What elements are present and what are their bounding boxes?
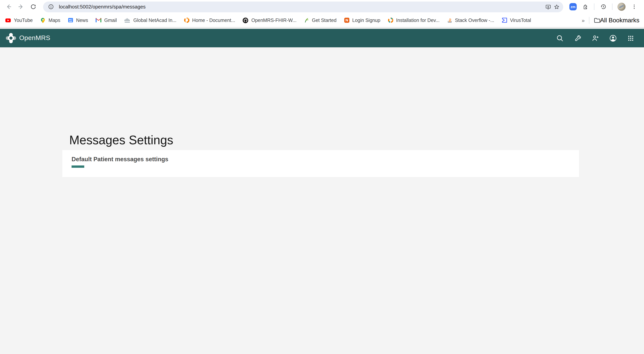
maps-pin-icon: [40, 17, 46, 23]
bookmark-youtube[interactable]: YouTube: [3, 16, 34, 24]
youtube-icon: [5, 17, 11, 23]
app-header-icons: [551, 29, 640, 47]
reload-icon: [30, 4, 36, 10]
folder-icon: [594, 18, 600, 23]
section-title: Default Patient messages settings: [72, 156, 168, 163]
forward-button[interactable]: [16, 2, 26, 11]
openmrs-logo-icon: [6, 33, 16, 44]
openmrs-brand[interactable]: OpenMRS: [6, 33, 50, 44]
toolbar-right-cluster: zm: [567, 2, 640, 11]
grid-icon: [627, 34, 634, 42]
browser-toolbar: localhost:5002/openmrs/spa/messages zm: [0, 0, 644, 14]
url-text[interactable]: localhost:5002/openmrs/spa/messages: [59, 4, 544, 10]
bookmarks-right-cluster: » All Bookmarks: [582, 17, 640, 24]
header-search-button[interactable]: [551, 29, 568, 47]
bookmark-maps[interactable]: Maps: [38, 16, 62, 24]
toolbar-separator: [594, 4, 594, 10]
user-add-icon: [591, 34, 599, 42]
window-gap-strip: [0, 27, 644, 29]
bookmark-star-icon[interactable]: [552, 2, 561, 11]
orange-ring-icon: [184, 17, 190, 23]
history-icon[interactable]: [598, 2, 608, 11]
site-info-icon[interactable]: [46, 2, 55, 11]
url-bar[interactable]: localhost:5002/openmrs/spa/messages: [43, 1, 563, 12]
settings-card: Default Patient messages settings Adhere…: [62, 150, 579, 177]
header-app-switcher-button[interactable]: [622, 29, 640, 47]
bookmark-label: OpenMRS-FHIR-W...: [252, 18, 296, 23]
bookmark-label: Stack Overflow -...: [455, 18, 494, 23]
wrench-icon: [574, 34, 582, 42]
bookmark-installation-for-dev[interactable]: Installation for Dev...: [386, 16, 442, 24]
multicolor-ring-icon: [388, 17, 393, 23]
bookmark-label: Get Started: [312, 18, 336, 23]
bookmark-label: Home - Document...: [192, 18, 235, 23]
app-header: OpenMRS: [0, 29, 644, 47]
browser-menu-kebab-icon[interactable]: [630, 2, 638, 11]
install-app-icon[interactable]: [544, 2, 552, 11]
bookmark-home-document[interactable]: Home - Document...: [182, 16, 237, 24]
bookmark-label: YouTube: [14, 18, 33, 23]
header-user-button[interactable]: [604, 29, 622, 47]
reload-button[interactable]: [28, 2, 38, 11]
bookmark-label: Login Signup: [352, 18, 380, 23]
virustotal-icon: [502, 17, 508, 23]
zm-extension-icon[interactable]: zm: [569, 3, 577, 10]
orange-n-icon: [344, 17, 350, 23]
bookmark-global-netacad[interactable]: Global NetAcad In...: [122, 16, 178, 24]
user-avatar-icon: [609, 34, 617, 42]
back-button[interactable]: [4, 2, 13, 11]
browser-window: localhost:5002/openmrs/spa/messages zm: [0, 0, 644, 177]
header-implementer-tools-button[interactable]: [568, 29, 586, 47]
news-icon: [68, 17, 73, 23]
page-title: Messages Settings: [69, 133, 173, 148]
openmrs-brand-name: OpenMRS: [19, 34, 50, 42]
gmail-icon: [96, 18, 102, 23]
bookmark-label: VirusTotal: [510, 18, 531, 23]
back-arrow-icon: [5, 4, 12, 10]
github-icon: [242, 17, 249, 23]
extensions-puzzle-icon[interactable]: [580, 2, 590, 11]
bookmarks-overflow-chevrons[interactable]: »: [582, 17, 584, 23]
bookmark-label: Maps: [48, 18, 60, 23]
forward-arrow-icon: [18, 4, 24, 10]
bookmark-label: Global NetAcad In...: [133, 18, 176, 23]
header-add-user-button[interactable]: [586, 29, 604, 47]
bookmark-gmail[interactable]: Gmail: [94, 16, 119, 24]
bookmark-label: Gmail: [104, 18, 117, 23]
green-sprig-icon: [304, 17, 309, 23]
section-title-underline: [72, 166, 84, 168]
bookmark-login-signup[interactable]: Login Signup: [342, 16, 382, 24]
bookmarks-bar: YouTube Maps News Gmail Global NetAcad I…: [0, 14, 644, 27]
bookmark-label: News: [76, 18, 88, 23]
page-content: Messages Settings Default Patient messag…: [0, 47, 644, 177]
all-bookmarks-label[interactable]: All Bookmarks: [600, 17, 640, 24]
bookmark-get-started[interactable]: Get Started: [302, 16, 338, 24]
toolbar-separator-2: [612, 4, 612, 10]
cisco-bars-icon: [124, 18, 130, 23]
bookmark-openmrs-fhir[interactable]: OpenMRS-FHIR-W...: [241, 16, 298, 24]
browser-profile-avatar[interactable]: [618, 3, 626, 11]
bookmark-virustotal[interactable]: VirusTotal: [500, 16, 533, 24]
search-icon: [556, 34, 564, 42]
bookmark-news[interactable]: News: [66, 16, 90, 24]
bookmark-label: Installation for Dev...: [396, 18, 440, 23]
bookmark-stack-overflow[interactable]: Stack Overflow -...: [445, 16, 496, 24]
bookmarks-separator: [589, 17, 589, 24]
stack-overflow-icon: [447, 17, 452, 23]
